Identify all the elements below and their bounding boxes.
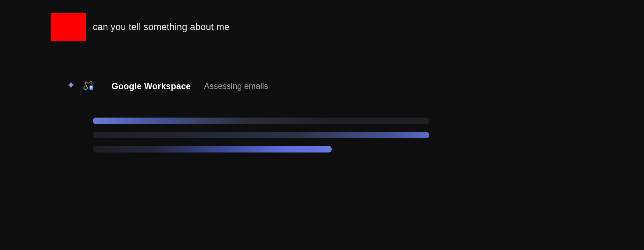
svg-rect-6 bbox=[89, 85, 93, 90]
chat-thread: can you tell something about me bbox=[0, 0, 644, 152]
user-message-text: can you tell something about me bbox=[93, 13, 230, 41]
workspace-apps-icon bbox=[82, 80, 94, 93]
loading-bar bbox=[93, 132, 429, 138]
user-avatar bbox=[51, 13, 86, 41]
svg-rect-8 bbox=[90, 87, 92, 87]
loading-bar bbox=[93, 118, 429, 124]
svg-marker-5 bbox=[84, 89, 87, 90]
assistant-status-row: Google Workspace Assessing emails bbox=[66, 80, 609, 93]
svg-marker-3 bbox=[86, 85, 88, 89]
sparkle-icon bbox=[66, 80, 76, 92]
svg-rect-9 bbox=[90, 88, 91, 89]
assistant-status-subtitle: Assessing emails bbox=[204, 81, 268, 91]
svg-marker-4 bbox=[83, 85, 86, 89]
loading-bar bbox=[93, 146, 332, 152]
loading-placeholder bbox=[93, 118, 429, 152]
assistant-status-title: Google Workspace bbox=[111, 81, 191, 91]
user-message-row: can you tell something about me bbox=[51, 13, 609, 41]
svg-rect-7 bbox=[90, 86, 92, 87]
